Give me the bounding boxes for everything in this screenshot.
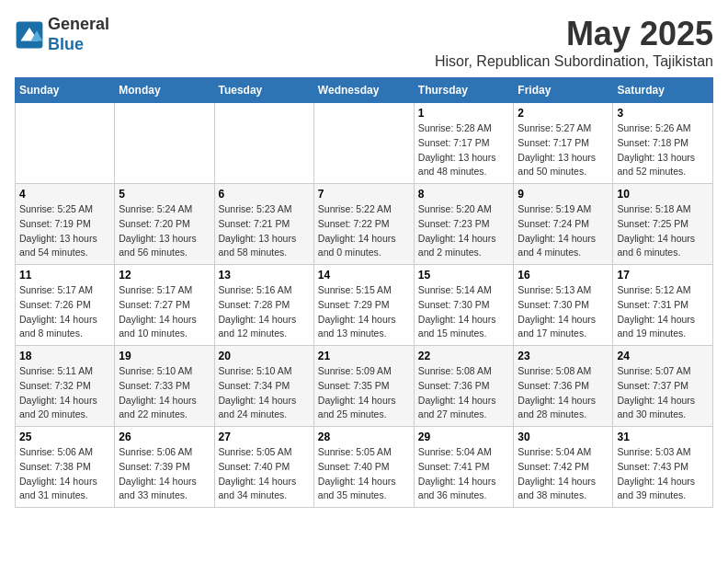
day-info: Sunrise: 5:05 AMSunset: 7:40 PMDaylight:… <box>219 446 297 500</box>
day-number: 31 <box>617 431 709 443</box>
day-info: Sunrise: 5:11 AMSunset: 7:32 PMDaylight:… <box>19 365 97 419</box>
day-number: 5 <box>119 188 210 201</box>
day-number: 8 <box>418 188 510 201</box>
calendar-cell: 26 Sunrise: 5:06 AMSunset: 7:39 PMDaylig… <box>115 427 214 508</box>
day-info: Sunrise: 5:05 AMSunset: 7:40 PMDaylight:… <box>318 446 396 500</box>
day-info: Sunrise: 5:09 AMSunset: 7:35 PMDaylight:… <box>318 365 396 419</box>
day-info: Sunrise: 5:10 AMSunset: 7:34 PMDaylight:… <box>219 365 297 419</box>
day-number: 7 <box>318 188 410 201</box>
calendar-week-2: 4 Sunrise: 5:25 AMSunset: 7:19 PMDayligh… <box>16 184 713 265</box>
day-info: Sunrise: 5:08 AMSunset: 7:36 PMDaylight:… <box>418 365 496 419</box>
day-number: 29 <box>418 431 510 443</box>
calendar-cell <box>16 103 115 184</box>
calendar-week-5: 25 Sunrise: 5:06 AMSunset: 7:38 PMDaylig… <box>16 427 713 508</box>
calendar-cell: 14 Sunrise: 5:15 AMSunset: 7:29 PMDaylig… <box>313 265 414 346</box>
calendar-cell: 20 Sunrise: 5:10 AMSunset: 7:34 PMDaylig… <box>214 346 313 427</box>
calendar-cell: 13 Sunrise: 5:16 AMSunset: 7:28 PMDaylig… <box>214 265 313 346</box>
day-info: Sunrise: 5:18 AMSunset: 7:25 PMDaylight:… <box>617 203 695 258</box>
day-info: Sunrise: 5:23 AMSunset: 7:21 PMDaylight:… <box>219 203 297 258</box>
calendar-week-1: 1 Sunrise: 5:28 AMSunset: 7:17 PMDayligh… <box>16 103 713 184</box>
day-info: Sunrise: 5:08 AMSunset: 7:36 PMDaylight:… <box>518 365 596 419</box>
calendar-cell: 10 Sunrise: 5:18 AMSunset: 7:25 PMDaylig… <box>613 184 713 265</box>
calendar-cell: 11 Sunrise: 5:17 AMSunset: 7:26 PMDaylig… <box>16 265 115 346</box>
calendar-cell: 29 Sunrise: 5:04 AMSunset: 7:41 PMDaylig… <box>414 427 514 508</box>
weekday-header-friday: Friday <box>514 78 613 103</box>
day-info: Sunrise: 5:26 AMSunset: 7:18 PMDaylight:… <box>617 122 695 177</box>
day-number: 10 <box>617 188 709 201</box>
day-number: 9 <box>518 188 609 201</box>
day-number: 23 <box>518 350 609 362</box>
calendar-cell: 21 Sunrise: 5:09 AMSunset: 7:35 PMDaylig… <box>313 346 414 427</box>
day-info: Sunrise: 5:13 AMSunset: 7:30 PMDaylight:… <box>518 284 596 339</box>
day-info: Sunrise: 5:20 AMSunset: 7:23 PMDaylight:… <box>418 203 496 258</box>
calendar-cell: 8 Sunrise: 5:20 AMSunset: 7:23 PMDayligh… <box>414 184 514 265</box>
day-info: Sunrise: 5:17 AMSunset: 7:27 PMDaylight:… <box>119 284 197 339</box>
calendar-week-4: 18 Sunrise: 5:11 AMSunset: 7:32 PMDaylig… <box>16 346 713 427</box>
weekday-header-sunday: Sunday <box>16 78 115 103</box>
day-number: 15 <box>418 269 510 282</box>
calendar-cell: 25 Sunrise: 5:06 AMSunset: 7:38 PMDaylig… <box>16 427 115 508</box>
calendar-cell <box>313 103 414 184</box>
day-info: Sunrise: 5:19 AMSunset: 7:24 PMDaylight:… <box>518 203 596 258</box>
day-info: Sunrise: 5:25 AMSunset: 7:19 PMDaylight:… <box>19 203 97 258</box>
day-number: 19 <box>119 350 210 362</box>
day-number: 16 <box>518 269 609 282</box>
calendar-cell: 27 Sunrise: 5:05 AMSunset: 7:40 PMDaylig… <box>214 427 313 508</box>
day-number: 20 <box>219 350 310 362</box>
page-header: General Blue May 2025 Hisor, Republican … <box>15 15 713 70</box>
logo-line1: General <box>48 15 109 33</box>
day-number: 13 <box>219 269 310 282</box>
weekday-header-thursday: Thursday <box>414 78 514 103</box>
calendar-cell: 23 Sunrise: 5:08 AMSunset: 7:36 PMDaylig… <box>514 346 613 427</box>
day-number: 27 <box>219 431 310 443</box>
day-info: Sunrise: 5:04 AMSunset: 7:42 PMDaylight:… <box>518 446 596 500</box>
day-number: 24 <box>617 350 709 362</box>
main-title: May 2025 <box>435 15 713 53</box>
day-number: 21 <box>318 350 410 362</box>
day-number: 17 <box>617 269 709 282</box>
weekday-header-tuesday: Tuesday <box>214 78 313 103</box>
calendar-cell: 15 Sunrise: 5:14 AMSunset: 7:30 PMDaylig… <box>414 265 514 346</box>
weekday-header-monday: Monday <box>115 78 214 103</box>
day-number: 6 <box>219 188 310 201</box>
day-number: 1 <box>418 107 510 120</box>
day-number: 12 <box>119 269 210 282</box>
day-number: 11 <box>19 269 110 282</box>
day-info: Sunrise: 5:14 AMSunset: 7:30 PMDaylight:… <box>418 284 496 339</box>
calendar-cell: 9 Sunrise: 5:19 AMSunset: 7:24 PMDayligh… <box>514 184 613 265</box>
day-info: Sunrise: 5:06 AMSunset: 7:39 PMDaylight:… <box>119 446 197 500</box>
day-number: 30 <box>518 431 609 443</box>
day-number: 18 <box>19 350 110 362</box>
calendar-cell: 7 Sunrise: 5:22 AMSunset: 7:22 PMDayligh… <box>313 184 414 265</box>
logo-line2: Blue <box>48 35 84 53</box>
calendar-cell: 1 Sunrise: 5:28 AMSunset: 7:17 PMDayligh… <box>414 103 514 184</box>
calendar-table: SundayMondayTuesdayWednesdayThursdayFrid… <box>15 77 713 508</box>
logo-text: General Blue <box>48 15 109 54</box>
calendar-cell: 16 Sunrise: 5:13 AMSunset: 7:30 PMDaylig… <box>514 265 613 346</box>
calendar-cell: 5 Sunrise: 5:24 AMSunset: 7:20 PMDayligh… <box>115 184 214 265</box>
day-number: 4 <box>19 188 110 201</box>
calendar-cell: 31 Sunrise: 5:03 AMSunset: 7:43 PMDaylig… <box>613 427 713 508</box>
day-info: Sunrise: 5:16 AMSunset: 7:28 PMDaylight:… <box>219 284 297 339</box>
day-info: Sunrise: 5:22 AMSunset: 7:22 PMDaylight:… <box>318 203 396 258</box>
day-info: Sunrise: 5:28 AMSunset: 7:17 PMDaylight:… <box>418 122 496 177</box>
day-number: 3 <box>617 107 709 120</box>
day-number: 25 <box>19 431 110 443</box>
calendar-cell: 2 Sunrise: 5:27 AMSunset: 7:17 PMDayligh… <box>514 103 613 184</box>
calendar-cell: 24 Sunrise: 5:07 AMSunset: 7:37 PMDaylig… <box>613 346 713 427</box>
day-info: Sunrise: 5:17 AMSunset: 7:26 PMDaylight:… <box>19 284 97 339</box>
weekday-header-wednesday: Wednesday <box>313 78 414 103</box>
calendar-cell: 28 Sunrise: 5:05 AMSunset: 7:40 PMDaylig… <box>313 427 414 508</box>
calendar-cell <box>214 103 313 184</box>
day-info: Sunrise: 5:27 AMSunset: 7:17 PMDaylight:… <box>518 122 596 177</box>
calendar-cell: 4 Sunrise: 5:25 AMSunset: 7:19 PMDayligh… <box>16 184 115 265</box>
day-info: Sunrise: 5:10 AMSunset: 7:33 PMDaylight:… <box>119 365 197 419</box>
day-number: 28 <box>318 431 410 443</box>
day-info: Sunrise: 5:24 AMSunset: 7:20 PMDaylight:… <box>119 203 197 258</box>
day-info: Sunrise: 5:03 AMSunset: 7:43 PMDaylight:… <box>617 446 695 500</box>
day-info: Sunrise: 5:04 AMSunset: 7:41 PMDaylight:… <box>418 446 496 500</box>
calendar-cell: 6 Sunrise: 5:23 AMSunset: 7:21 PMDayligh… <box>214 184 313 265</box>
calendar-cell <box>115 103 214 184</box>
day-info: Sunrise: 5:06 AMSunset: 7:38 PMDaylight:… <box>19 446 97 500</box>
calendar-cell: 12 Sunrise: 5:17 AMSunset: 7:27 PMDaylig… <box>115 265 214 346</box>
